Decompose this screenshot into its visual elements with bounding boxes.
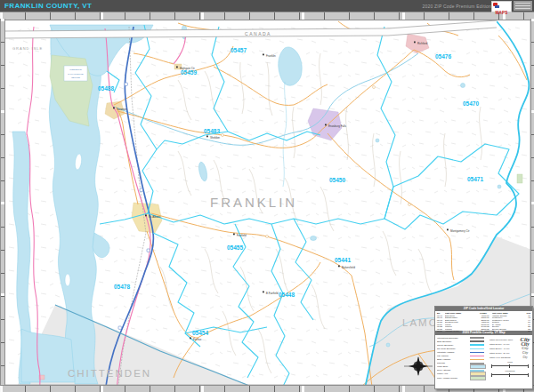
scale-bar-miles: Miles	[490, 361, 530, 368]
refuge-label-line1: MISSISQUOI	[69, 68, 82, 70]
page-title: FRANKLIN COUNTY, VT	[4, 2, 92, 10]
town-label-st-albans: St. Albans	[149, 215, 161, 219]
zip-label-05450: 05450	[329, 177, 345, 183]
legend-swatch	[470, 348, 484, 350]
canada-label: CANADA	[245, 31, 271, 36]
zip-index-right-column: ZIP Post Office Name Grid 05460Highgate …	[484, 312, 531, 331]
town-label-highgate: Highgate Ctr	[180, 67, 195, 70]
town-label-franklin: Franklin	[266, 54, 276, 58]
town-label-e-fairfield: E Fairfield	[266, 292, 279, 295]
zip-label-05471: 05471	[467, 176, 483, 182]
legend-swatch	[470, 359, 484, 361]
legend-swatch	[470, 356, 484, 357]
logo-mark-blue	[495, 5, 499, 8]
zip-index-rows-left: 05441BakersfieldF5 05447East BerkshireG2…	[437, 315, 484, 332]
zip-index-table: ZIP Post Office Name Grid 05441Bakersfie…	[435, 311, 532, 331]
logo-text: MAPS	[496, 11, 508, 15]
zip-label-05441: 05441	[335, 257, 351, 263]
zip-label-05457: 05457	[231, 47, 247, 53]
zip-label-05454: 05454	[192, 330, 208, 336]
zip-label-05476: 05476	[435, 53, 451, 60]
zip-label-05478: 05478	[114, 284, 130, 290]
town-label-fairfax: Fairfax	[193, 338, 202, 341]
scale-km-label: Kilometers	[490, 370, 530, 372]
town-label-fairfield: Fairfield	[237, 234, 247, 237]
publisher-logo: MAPS	[491, 1, 512, 12]
zip-index-rows-right: 05460Highgate SpringsC1 05470MontgomeryH…	[484, 315, 531, 332]
chittenden-label: CHITTENDEN	[68, 368, 151, 379]
grid-ruler-left	[0, 19, 5, 385]
refuge-label: MISSISQUOI NAT'L WILDLIFE REFUGE	[64, 66, 87, 81]
scale-bar-km: Kilometers	[490, 370, 530, 377]
grid-ruler-top	[0, 12, 534, 20]
legend-swatch	[470, 364, 486, 369]
city-sample-text: City	[520, 351, 530, 355]
city-sample-text: City	[520, 356, 530, 359]
legend-swatch	[470, 376, 486, 380]
zip-label-05455: 05455	[227, 244, 243, 251]
town-label-swanton: Swanton	[117, 108, 127, 111]
zip-label-05470: 05470	[463, 100, 479, 107]
grand-isle-label: GRAND ISLE	[12, 46, 43, 51]
legend-swatch	[470, 352, 484, 354]
city-size-row: Cities 9,999 and Below City	[490, 355, 530, 359]
zip-label-05448: 05448	[279, 292, 295, 298]
title-bar: FRANKLIN COUNTY, VT 2020 ZIP Code Premiu…	[0, 0, 534, 12]
legend-swatch	[470, 340, 484, 342]
zip-index-left-column: ZIP Post Office Name Grid 05441Bakersfie…	[437, 312, 484, 331]
town-label-bakersfield: Bakersfield	[342, 266, 355, 269]
zip-label-05483: 05483	[204, 128, 220, 134]
refuge-label-line3: REFUGE	[71, 76, 80, 78]
town-label-richford: Richford	[417, 42, 428, 45]
legend-swatch	[470, 363, 484, 364]
refuge-label-line2: NAT'L WILDLIFE	[68, 73, 84, 75]
map-legend-body: International Boundary State Boundary Co…	[435, 335, 532, 388]
town-label-sheldon: Sheldon	[210, 136, 220, 140]
legend-swatch	[470, 370, 484, 372]
legend-city-sizes: Cities 100,000 and Above City Cities 50,…	[490, 337, 530, 377]
publisher-badge	[514, 1, 532, 11]
legend-swatch	[470, 337, 484, 339]
town-label-montgomery: Montgomery Ctr	[450, 229, 470, 233]
town-label-enosburg: Enosburg Falls	[328, 124, 347, 128]
map-page: MISSISQUOI NAT'L WILDLIFE REFUGE CANADA …	[0, 0, 534, 392]
legend-panel: ZIP Code Index/Grid Locator ZIP Post Off…	[434, 306, 533, 389]
scale-miles-label: Miles	[490, 361, 530, 363]
zip-label-05488: 05488	[98, 85, 114, 92]
edition-label: 2020 ZIP Code Premium Edition	[423, 4, 491, 9]
zip-label-05459: 05459	[181, 69, 197, 76]
city-size-list: Cities 100,000 and Above City Cities 50,…	[490, 337, 530, 359]
city-sample-text: City	[520, 346, 530, 350]
legend-swatch	[470, 344, 484, 346]
franklin-county-label: FRANKLIN	[210, 195, 297, 210]
